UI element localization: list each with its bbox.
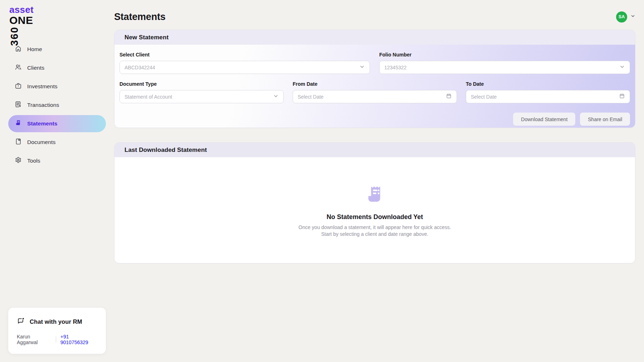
- folio-number-input[interactable]: [384, 65, 616, 70]
- select-client-label: Select Client: [119, 52, 370, 58]
- home-icon: [15, 45, 22, 54]
- receipt-icon: [15, 119, 22, 128]
- calendar-icon: [619, 93, 625, 100]
- sidebar-item-transactions[interactable]: Transactions: [8, 96, 106, 114]
- sidebar-nav: Home Clients Investments: [8, 41, 106, 169]
- sidebar-item-statements[interactable]: Statements: [8, 115, 106, 132]
- select-client-input[interactable]: [125, 65, 356, 70]
- empty-state-line2: Start by selecting a client and date ran…: [298, 231, 451, 238]
- last-downloaded-card-header: Last Downloaded Statement: [114, 143, 635, 157]
- last-downloaded-empty-state: No Statements Downloaded Yet Once you do…: [114, 157, 635, 263]
- rm-chat-card: Chat with your RM Karun Aggarwal +91 901…: [8, 308, 106, 354]
- transactions-icon: [15, 101, 22, 109]
- chevron-down-icon: [273, 93, 279, 100]
- new-statement-form: Select Client Folio Number: [114, 45, 635, 128]
- sidebar-item-label: Clients: [27, 65, 44, 71]
- from-date-input[interactable]: [298, 94, 443, 100]
- sidebar-item-label: Transactions: [27, 102, 59, 108]
- sidebar-item-documents[interactable]: Documents: [8, 134, 106, 151]
- brand-logo-one: ONE: [9, 15, 34, 26]
- new-statement-card-header: New Statement: [114, 30, 635, 45]
- last-downloaded-card: Last Downloaded Statement No Statements …: [114, 142, 635, 263]
- new-statement-title: New Statement: [125, 34, 169, 41]
- new-statement-card: New Statement Select Client Folio Number: [114, 30, 635, 128]
- user-menu[interactable]: SA: [616, 11, 635, 23]
- briefcase-icon: [15, 82, 22, 91]
- empty-state-title: No Statements Downloaded Yet: [327, 213, 423, 221]
- document-type-label: Document Type: [119, 81, 284, 87]
- gear-icon: [15, 157, 22, 165]
- rm-name: Karun Aggarwal: [17, 334, 52, 345]
- calendar-icon: [446, 93, 452, 100]
- download-statement-button[interactable]: Download Statement: [513, 113, 575, 126]
- rm-divider: [56, 336, 56, 343]
- sidebar-item-home[interactable]: Home: [8, 41, 106, 58]
- document-icon: [15, 138, 22, 147]
- sidebar: asset ONE 360 Home Clients: [0, 0, 106, 362]
- brand-logo-asset: asset: [9, 5, 34, 14]
- to-date-picker[interactable]: [466, 90, 630, 103]
- folio-number-label: Folio Number: [379, 52, 630, 58]
- from-date-picker[interactable]: [293, 90, 457, 103]
- sidebar-item-label: Investments: [27, 83, 58, 90]
- sidebar-item-investments[interactable]: Investments: [8, 78, 106, 95]
- document-type-dropdown[interactable]: [119, 90, 284, 103]
- select-client-dropdown[interactable]: [119, 61, 370, 74]
- sidebar-item-label: Tools: [27, 158, 40, 164]
- users-icon: [15, 64, 22, 72]
- sidebar-item-tools[interactable]: Tools: [8, 152, 106, 169]
- receipt-empty-icon: [364, 184, 386, 208]
- to-date-label: To Date: [466, 81, 630, 87]
- document-type-input[interactable]: [125, 94, 270, 100]
- sidebar-item-label: Home: [27, 46, 42, 53]
- chevron-down-icon: [619, 64, 625, 71]
- last-downloaded-title: Last Downloaded Statement: [125, 147, 207, 154]
- sidebar-item-label: Documents: [27, 139, 55, 145]
- rm-chat-title: Chat with your RM: [30, 318, 82, 325]
- chevron-down-icon: [630, 14, 635, 20]
- to-date-input[interactable]: [471, 94, 616, 100]
- from-date-label: From Date: [293, 81, 457, 87]
- page-title: Statements: [114, 11, 166, 23]
- main-content: Statements SA New Statement Select Clien…: [106, 0, 644, 362]
- chat-bubble-icon: [17, 317, 25, 327]
- folio-number-dropdown[interactable]: [379, 61, 630, 74]
- sidebar-item-label: Statements: [27, 120, 58, 127]
- empty-state-line1: Once you download a statement, it will a…: [298, 224, 451, 231]
- avatar[interactable]: SA: [616, 11, 627, 23]
- page-header: Statements SA: [114, 9, 635, 24]
- sidebar-item-clients[interactable]: Clients: [8, 59, 106, 76]
- rm-phone-link[interactable]: +91 9010756329: [60, 334, 97, 345]
- share-on-email-button[interactable]: Share on Email: [580, 113, 630, 126]
- chevron-down-icon: [359, 64, 365, 71]
